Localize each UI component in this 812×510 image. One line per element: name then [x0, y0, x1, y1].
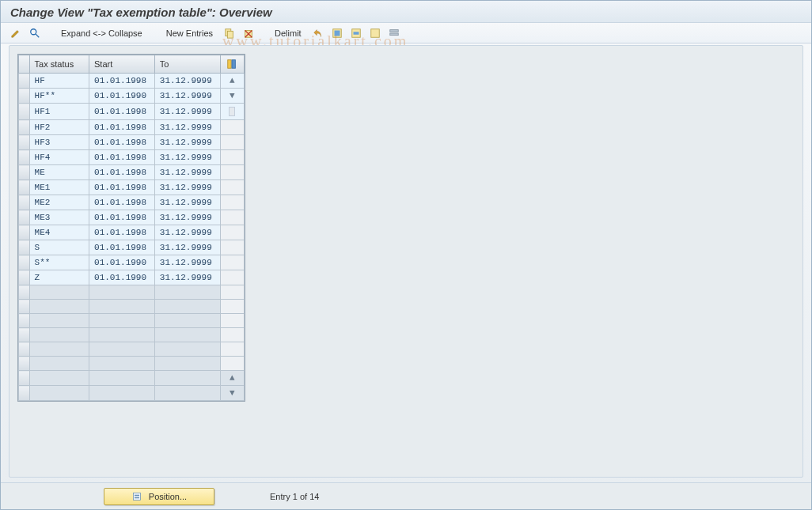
copy-as-icon[interactable]	[222, 26, 237, 40]
row-selector[interactable]	[19, 180, 30, 195]
cell-tax-status[interactable]: S**	[29, 255, 89, 270]
row-selector[interactable]	[19, 300, 30, 314]
cell-to[interactable]: 31.12.9999	[154, 165, 220, 180]
row-selector[interactable]	[19, 225, 30, 240]
cell-tax-status[interactable]	[29, 285, 89, 300]
cell-tax-status[interactable]: ME1	[29, 180, 89, 195]
cell-tax-status[interactable]: Z	[29, 270, 89, 285]
cell-to[interactable]	[154, 371, 220, 386]
table-row[interactable]: Z01.01.199031.12.9999	[19, 270, 245, 285]
cell-start[interactable]	[89, 371, 155, 386]
row-selector[interactable]	[19, 357, 30, 371]
undo-change-icon[interactable]	[311, 26, 325, 40]
cell-to[interactable]	[154, 300, 220, 314]
row-selector[interactable]	[19, 74, 30, 89]
row-selector-header[interactable]	[19, 55, 30, 74]
cell-start[interactable]: 01.01.1990	[89, 89, 155, 104]
row-selector[interactable]	[19, 255, 30, 270]
row-selector[interactable]	[19, 285, 30, 300]
delete-icon[interactable]	[241, 26, 256, 40]
select-block-icon[interactable]	[349, 26, 363, 40]
cell-to[interactable]: 31.12.9999	[154, 195, 220, 210]
cell-start[interactable]: 01.01.1998	[89, 195, 155, 210]
cell-to[interactable]	[154, 357, 220, 371]
toggle-display-change-icon[interactable]	[9, 26, 23, 40]
cell-start[interactable]: 01.01.1998	[89, 180, 155, 195]
new-entries-button[interactable]: New Entries	[161, 27, 218, 40]
table-row[interactable]: HF101.01.199831.12.9999	[19, 104, 245, 120]
cell-start[interactable]: 01.01.1998	[89, 120, 155, 135]
cell-to[interactable]	[154, 342, 220, 357]
scroll-up-bottom-icon[interactable]: ▲	[226, 373, 239, 383]
cell-start[interactable]	[89, 300, 155, 314]
cell-to[interactable]	[154, 386, 220, 401]
table-row[interactable]: HF301.01.199831.12.9999	[19, 135, 245, 150]
cell-to[interactable]: 31.12.9999	[154, 225, 220, 240]
row-selector[interactable]	[19, 210, 30, 225]
cell-start[interactable]: 01.01.1998	[89, 165, 155, 180]
cell-start[interactable]: 01.01.1990	[89, 255, 155, 270]
cell-start[interactable]: 01.01.1998	[89, 240, 155, 255]
scroll-up-icon[interactable]: ▲	[226, 76, 239, 85]
cell-tax-status[interactable]: S	[29, 240, 89, 255]
cell-to[interactable]: 31.12.9999	[154, 270, 220, 285]
col-header-tax-status[interactable]: Tax status	[29, 55, 89, 74]
cell-start[interactable]	[89, 285, 155, 300]
table-row[interactable]	[19, 328, 245, 342]
cell-start[interactable]	[89, 357, 155, 371]
table-row[interactable]: ME201.01.199831.12.9999	[19, 195, 245, 210]
cell-start[interactable]	[89, 314, 155, 328]
cell-tax-status[interactable]	[29, 300, 89, 314]
row-selector[interactable]	[19, 240, 30, 255]
cell-tax-status[interactable]: HF2	[29, 120, 89, 135]
cell-start[interactable]: 01.01.1998	[89, 150, 155, 165]
table-row[interactable]: ▲	[19, 371, 245, 386]
cell-to[interactable]: 31.12.9999	[154, 89, 220, 104]
cell-to[interactable]	[154, 285, 220, 300]
col-header-start[interactable]: Start	[89, 55, 155, 74]
table-row[interactable]	[19, 342, 245, 357]
expand-collapse-button[interactable]: Expand <-> Collapse	[56, 27, 147, 40]
row-selector[interactable]	[19, 150, 30, 165]
table-row[interactable]	[19, 357, 245, 371]
cell-tax-status[interactable]: HF4	[29, 150, 89, 165]
row-selector[interactable]	[19, 165, 30, 180]
table-row[interactable]: ME101.01.199831.12.9999	[19, 180, 245, 195]
cell-tax-status[interactable]	[29, 342, 89, 357]
cell-tax-status[interactable]: ME	[29, 165, 89, 180]
delimit-button[interactable]: Delimit	[270, 27, 306, 40]
row-selector[interactable]	[19, 270, 30, 285]
scroll-down-icon[interactable]: ▼	[226, 91, 239, 100]
table-row[interactable]	[19, 285, 245, 300]
cell-to[interactable]: 31.12.9999	[154, 255, 220, 270]
row-selector[interactable]	[19, 104, 30, 120]
table-row[interactable]: HF401.01.199831.12.9999	[19, 150, 245, 165]
position-button[interactable]: Position...	[104, 488, 214, 505]
configure-icon[interactable]	[387, 26, 401, 40]
row-selector[interactable]	[19, 342, 30, 357]
cell-to[interactable]: 31.12.9999	[154, 135, 220, 150]
row-selector[interactable]	[19, 195, 30, 210]
cell-to[interactable]	[154, 314, 220, 328]
table-row[interactable]: S01.01.199831.12.9999	[19, 240, 245, 255]
col-header-to[interactable]: To	[154, 55, 220, 74]
select-all-icon[interactable]	[330, 26, 344, 40]
cell-to[interactable]: 31.12.9999	[154, 180, 220, 195]
other-entry-icon[interactable]	[28, 26, 42, 40]
cell-to[interactable]: 31.12.9999	[154, 104, 220, 120]
table-row[interactable]: S**01.01.199031.12.9999	[19, 255, 245, 270]
table-row[interactable]	[19, 300, 245, 314]
row-selector[interactable]	[19, 371, 30, 386]
table-config-header[interactable]	[220, 55, 244, 74]
cell-tax-status[interactable]: ME3	[29, 210, 89, 225]
row-selector[interactable]	[19, 135, 30, 150]
table-settings-icon[interactable]	[226, 58, 238, 70]
deselect-all-icon[interactable]	[368, 26, 382, 40]
scroll-down-bottom-icon[interactable]: ▼	[226, 388, 239, 398]
cell-tax-status[interactable]: ME2	[29, 195, 89, 210]
cell-to[interactable]: 31.12.9999	[154, 120, 220, 135]
table-row[interactable]	[19, 314, 245, 328]
row-selector[interactable]	[19, 386, 30, 401]
cell-tax-status[interactable]: HF**	[29, 89, 89, 104]
cell-tax-status[interactable]: HF1	[29, 104, 89, 120]
